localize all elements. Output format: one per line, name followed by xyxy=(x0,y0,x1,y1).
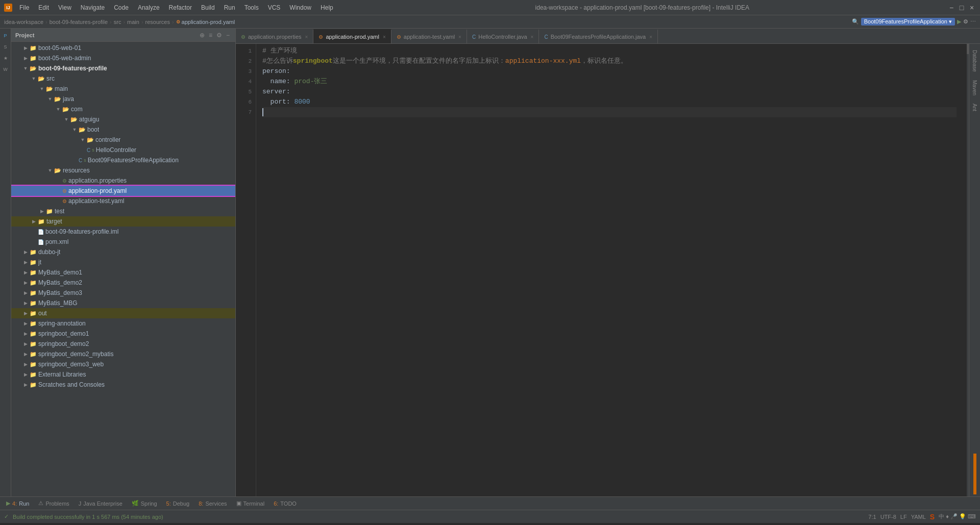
tree-item-com[interactable]: ▼ 📂 com xyxy=(11,104,235,114)
tree-item-iml[interactable]: 📄 boot-09-features-profile.iml xyxy=(11,227,235,237)
maximize-button[interactable]: □ xyxy=(958,4,966,12)
sidebar-label-ant[interactable]: Ant xyxy=(971,99,978,115)
tree-item-application-properties[interactable]: ⚙ application.properties xyxy=(11,176,235,186)
tab-application-prod-yaml[interactable]: ⚙ application-prod.yaml × xyxy=(313,29,391,43)
tree-item-atguigu[interactable]: ▼ 📂 atguigu xyxy=(11,114,235,124)
menu-refactor[interactable]: Refactor xyxy=(165,3,196,12)
bottom-tab-problems[interactable]: ⚠ Problems xyxy=(34,497,73,510)
tree-item-resources[interactable]: ▼ 📂 resources xyxy=(11,165,235,176)
status-encoding[interactable]: UTF-8 xyxy=(880,514,896,520)
expand-icon: ▶ xyxy=(21,289,30,297)
tree-item-springboot-demo1[interactable]: ▶ 📁 springboot_demo1 xyxy=(11,329,235,339)
tree-item-test[interactable]: ▶ 📁 test xyxy=(11,206,235,216)
tree-item-mybatis-demo3[interactable]: ▶ 📁 MyBatis_demo3 xyxy=(11,288,235,298)
tree-item-src[interactable]: ▼ 📂 src xyxy=(11,73,235,84)
toolbar-run-button[interactable]: ▶ xyxy=(957,18,961,25)
sidebar-label-maven[interactable]: Maven xyxy=(971,76,978,99)
menu-tools[interactable]: Tools xyxy=(240,3,263,12)
tab-close-icon[interactable]: × xyxy=(458,34,461,40)
panel-action-add[interactable]: ⊕ xyxy=(198,31,206,40)
tree-item-hello-controller[interactable]: C s HelloController xyxy=(11,145,235,155)
run-config-selector[interactable]: Boot09FeaturesProfileApplication ▾ xyxy=(861,18,955,26)
tab-close-icon[interactable]: × xyxy=(649,34,652,40)
menu-code[interactable]: Code xyxy=(110,3,133,12)
toolbar-debug-button[interactable]: ⚙ xyxy=(963,18,968,25)
editor-area[interactable]: 1 2 3 4 5 6 7 # 生产环境 #怎么告诉sp xyxy=(236,44,963,496)
tree-item-boot-09-features-profile[interactable]: ▼ 📂 boot-09-features-profile xyxy=(11,63,235,73)
sidebar-icon-web[interactable]: W xyxy=(1,64,11,74)
breadcrumb-file[interactable]: application-prod.yaml xyxy=(182,19,235,25)
sidebar-icon-structure[interactable]: S xyxy=(1,42,11,52)
tree-item-external-libraries[interactable]: ▶ 📁 External Libraries xyxy=(11,369,235,380)
menu-view[interactable]: View xyxy=(54,3,76,12)
tree-item-springboot-demo3-web[interactable]: ▶ 📁 springboot_demo3_web xyxy=(11,359,235,369)
panel-action-gear[interactable]: ⚙ xyxy=(215,31,224,40)
tree-item-mybatis-demo1[interactable]: ▶ 📁 MyBatis_demo1 xyxy=(11,267,235,278)
tree-item-boot09app[interactable]: C s Boot09FeaturesProfileApplication xyxy=(11,155,235,165)
breadcrumb-src[interactable]: src xyxy=(114,19,121,25)
tree-item-pom[interactable]: 📄 pom.xml xyxy=(11,237,235,247)
tab-hello-controller[interactable]: C HelloController.java × xyxy=(467,29,539,43)
tree-item-application-test-yaml[interactable]: ⚙ application-test.yaml xyxy=(11,196,235,206)
tree-item-springboot-demo2-mybatis[interactable]: ▶ 📁 springboot_demo2_mybatis xyxy=(11,349,235,359)
tree-item-java[interactable]: ▼ 📂 java xyxy=(11,94,235,104)
tree-item-boot-05-web-admin[interactable]: ▶ 📁 boot-05-web-admin xyxy=(11,53,235,63)
tree-item-boot[interactable]: ▼ 📂 boot xyxy=(11,124,235,135)
tree-item-application-prod-yaml[interactable]: ⚙ application-prod.yaml xyxy=(11,186,235,196)
search-icon[interactable]: 🔍 xyxy=(852,18,859,25)
toolbar-more-button[interactable]: ⋯ xyxy=(970,18,976,25)
menu-file[interactable]: File xyxy=(15,3,33,12)
bottom-tab-debug[interactable]: 5: Debug xyxy=(162,497,194,510)
tab-close-icon[interactable]: × xyxy=(305,34,308,40)
bottom-tab-spring[interactable]: 🌿 Spring xyxy=(128,497,161,510)
scrollbar-thumb[interactable] xyxy=(967,44,969,54)
bottom-tab-todo[interactable]: 6: TODO xyxy=(270,497,301,510)
tab-close-icon[interactable]: × xyxy=(383,34,386,40)
sidebar-label-database[interactable]: Database xyxy=(971,46,978,76)
close-button[interactable]: × xyxy=(968,4,976,12)
menu-help[interactable]: Help xyxy=(316,3,337,12)
status-position[interactable]: 7:1 xyxy=(868,514,876,520)
tree-item-main[interactable]: ▼ 📂 main xyxy=(11,84,235,94)
menu-vcs[interactable]: VCS xyxy=(264,3,285,12)
status-lf[interactable]: LF xyxy=(900,514,907,520)
sidebar-icon-project[interactable]: P xyxy=(1,31,11,41)
tree-item-controller[interactable]: ▼ 📂 controller xyxy=(11,135,235,145)
tab-close-icon[interactable]: × xyxy=(531,34,534,40)
menu-window[interactable]: Window xyxy=(285,3,315,12)
menu-build[interactable]: Build xyxy=(197,3,219,12)
menu-edit[interactable]: Edit xyxy=(34,3,53,12)
tab-application-test-yaml[interactable]: ⚙ application-test.yaml × xyxy=(391,29,467,43)
tree-item-springboot-demo2[interactable]: ▶ 📁 springboot_demo2 xyxy=(11,339,235,349)
expand-icon: ▼ xyxy=(79,136,87,144)
tree-item-jt[interactable]: ▶ 📁 jt xyxy=(11,257,235,267)
code-editor[interactable]: # 生产环境 #怎么告诉springboot这是一个生产环境，只需要在配置文件的… xyxy=(256,44,963,496)
tree-item-dubbo-jt[interactable]: ▶ 📁 dubbo-jt xyxy=(11,247,235,257)
minimize-button[interactable]: − xyxy=(947,4,955,12)
tree-item-target[interactable]: ▶ 📁 target xyxy=(11,216,235,227)
breadcrumb-resources[interactable]: resources xyxy=(145,19,170,25)
tree-item-out[interactable]: ▶ 📁 out xyxy=(11,308,235,318)
menu-run[interactable]: Run xyxy=(220,3,239,12)
folder-icon: 📁 xyxy=(30,259,37,266)
tree-item-mybatis-demo2[interactable]: ▶ 📁 MyBatis_demo2 xyxy=(11,278,235,288)
tab-application-properties[interactable]: ⚙ application.properties × xyxy=(236,29,313,43)
menu-analyze[interactable]: Analyze xyxy=(134,3,164,12)
panel-action-minimize[interactable]: − xyxy=(225,31,231,40)
bottom-tab-terminal[interactable]: ▣ Terminal xyxy=(232,497,269,510)
tree-item-boot-05-web-01[interactable]: ▶ 📁 boot-05-web-01 xyxy=(11,43,235,53)
tree-item-scratches[interactable]: ▶ 📁 Scratches and Consoles xyxy=(11,380,235,390)
tree-item-spring-annotation[interactable]: ▶ 📁 spring-annotation xyxy=(11,318,235,329)
menu-navigate[interactable]: Navigate xyxy=(77,3,109,12)
bottom-tab-java-enterprise[interactable]: J Java Enterprise xyxy=(75,497,127,510)
breadcrumb-main[interactable]: main xyxy=(127,19,139,25)
sidebar-icon-bookmark[interactable]: ★ xyxy=(1,53,11,63)
bottom-tab-run[interactable]: ▶ 4: Run xyxy=(2,497,33,510)
status-lang[interactable]: YAML xyxy=(911,514,926,520)
panel-action-settings[interactable]: ≡ xyxy=(207,31,214,40)
bottom-tab-services[interactable]: 8: Services xyxy=(194,497,231,510)
breadcrumb-project[interactable]: idea-workspace xyxy=(4,19,43,25)
tab-boot09-app[interactable]: C Boot09FeaturesProfileApplication.java … xyxy=(539,29,658,43)
tree-item-mybatis-mbg[interactable]: ▶ 📁 MyBatis_MBG xyxy=(11,298,235,308)
breadcrumb-module[interactable]: boot-09-features-profile xyxy=(50,19,108,25)
